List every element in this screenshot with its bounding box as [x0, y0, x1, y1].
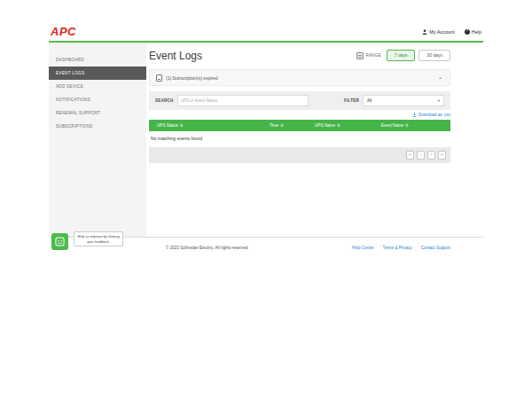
column-label: UPS Status — [157, 123, 178, 128]
range-picker[interactable]: RANGE — [356, 52, 380, 59]
smiley-icon — [55, 237, 65, 246]
terms-privacy-link[interactable]: Terms & Privacy — [383, 246, 412, 250]
person-icon — [422, 29, 427, 35]
first-page-button[interactable]: « — [406, 151, 414, 160]
sidebar-item-dashboard[interactable]: DASHBOARD — [49, 53, 146, 66]
column-header-ups-name[interactable]: UPS Name ⇅ — [315, 123, 381, 128]
search-label: SEARCH — [155, 98, 174, 103]
main-content: Event Logs RANGE 7 days 30 days (1) Subs… — [146, 43, 483, 237]
download-row: Download as .csv — [149, 112, 450, 118]
last-page-button[interactable]: » — [438, 151, 446, 160]
app-container: APC My Account ? Help DASHBOARD — [49, 22, 483, 250]
sidebar: DASHBOARD EVENT LOGS ADD DEVICE NOTIFICA… — [49, 43, 146, 237]
filter-select[interactable]: All ▾ — [363, 95, 444, 106]
top-right-menu: My Account ? Help — [422, 29, 481, 35]
next-page-button[interactable]: › — [427, 151, 435, 160]
download-icon — [412, 113, 417, 117]
sidebar-item-subscriptions[interactable]: SUBSCRIPTIONS — [49, 120, 146, 133]
previous-page-button[interactable]: ‹ — [417, 151, 425, 160]
sidebar-item-event-logs[interactable]: EVENT LOGS — [49, 66, 146, 80]
title-row: Event Logs RANGE 7 days 30 days — [149, 50, 450, 64]
calendar-icon — [356, 52, 364, 59]
feedback-widget: Help us improve by sharing your feedback… — [51, 229, 131, 255]
chevron-down-icon[interactable]: ⌄ — [438, 74, 442, 80]
pagination-bar: « ‹ › » — [149, 147, 450, 163]
search-input[interactable] — [177, 95, 309, 106]
help-button[interactable]: ? Help — [465, 29, 481, 35]
column-header-event-name[interactable]: Event Name ⇅ — [381, 123, 450, 128]
body: DASHBOARD EVENT LOGS ADD DEVICE NOTIFICA… — [49, 43, 483, 238]
range-controls: RANGE 7 days 30 days — [356, 50, 450, 61]
help-label: Help — [472, 29, 481, 35]
filter-selected-value: All — [367, 98, 372, 103]
range-30-days-button[interactable]: 30 days — [419, 50, 450, 61]
range-label: RANGE — [365, 53, 380, 58]
sort-icon[interactable]: ⇅ — [180, 123, 184, 128]
column-header-ups-status[interactable]: UPS Status ⇅ — [149, 123, 270, 128]
footer-links: Help Center Terms & Privacy Contact Supp… — [352, 246, 483, 250]
chevron-down-icon: ▾ — [438, 98, 440, 103]
empty-state-message: No matching events found — [149, 131, 450, 145]
sort-icon[interactable]: ⇅ — [337, 123, 340, 128]
contact-support-link[interactable]: Contact Support — [421, 246, 450, 250]
my-account-button[interactable]: My Account — [422, 29, 454, 35]
subscription-alert-text: (1) Subscription(s) expired — [166, 75, 218, 81]
sidebar-item-add-device[interactable]: ADD DEVICE — [49, 80, 146, 93]
column-label: Time — [270, 123, 278, 128]
sidebar-item-notifications[interactable]: NOTIFICATIONS — [49, 93, 146, 106]
column-header-time[interactable]: Time ⇵ — [270, 123, 315, 128]
event-table-header: UPS Status ⇅ Time ⇵ UPS Name ⇅ Event Nam… — [149, 120, 450, 131]
feedback-tooltip: Help us improve by sharing your feedback… — [74, 231, 123, 246]
top-bar: APC My Account ? Help — [49, 22, 483, 41]
filter-label: FILTER — [344, 98, 359, 103]
help-icon: ? — [465, 29, 470, 35]
range-7-days-button[interactable]: 7 days — [387, 50, 416, 61]
sidebar-item-renewal-support[interactable]: RENEWAL SUPPORT — [49, 106, 146, 120]
help-center-link[interactable]: Help Center — [352, 246, 374, 250]
download-csv-link[interactable]: Download as .csv — [419, 113, 450, 117]
column-label: UPS Name — [315, 123, 335, 128]
feedback-button[interactable] — [51, 233, 68, 250]
my-account-label: My Account — [429, 29, 454, 35]
search-filter-bar: SEARCH FILTER All ▾ — [149, 91, 450, 110]
subscription-icon — [156, 74, 162, 82]
sort-icon[interactable]: ⇵ — [280, 123, 284, 128]
apc-logo: APC — [51, 25, 76, 38]
sort-icon[interactable]: ⇅ — [405, 123, 409, 128]
page-title: Event Logs — [149, 50, 202, 62]
column-label: Event Name — [381, 123, 403, 128]
page: APC My Account ? Help DASHBOARD — [0, 0, 532, 399]
subscription-alert-bar[interactable]: (1) Subscription(s) expired ⌄ — [149, 69, 450, 86]
copyright-text: © 2023 Schneider Electric. All rights re… — [166, 246, 249, 250]
